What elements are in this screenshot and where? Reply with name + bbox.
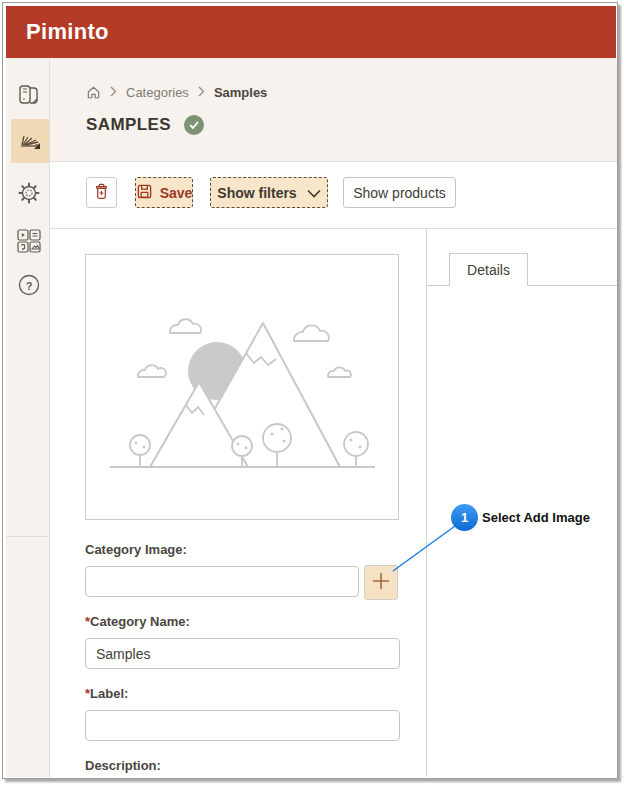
add-image-button[interactable] [364, 565, 398, 600]
home-icon[interactable] [86, 85, 101, 100]
toolbar-divider [50, 228, 617, 229]
app-header: Piminto [6, 6, 616, 58]
label-field-label: *Label: [85, 686, 128, 701]
svg-text:?: ? [26, 280, 33, 292]
book-icon [16, 82, 42, 112]
show-products-label: Show products [353, 185, 446, 201]
breadcrumb-categories[interactable]: Categories [126, 85, 189, 100]
sidebar: ? [6, 58, 50, 777]
image-placeholder-art [86, 255, 398, 519]
show-products-button[interactable]: Show products [343, 177, 456, 208]
callout-text: Select Add Image [482, 510, 590, 525]
sidebar-item-catalog[interactable] [14, 82, 44, 112]
sidebar-item-categories[interactable] [11, 119, 49, 163]
page-heading-section: Categories Samples SAMPLES [50, 58, 617, 161]
breadcrumb-samples: Samples [214, 85, 267, 100]
chevron-down-icon [307, 185, 321, 201]
delete-button[interactable] [86, 177, 117, 208]
save-button-label: Save [160, 185, 193, 201]
categories-icon [16, 125, 44, 157]
label-input[interactable] [85, 710, 400, 741]
category-name-input[interactable] [85, 638, 400, 669]
callout-step-badge: 1 [451, 504, 478, 531]
chevron-right-icon [198, 85, 205, 100]
category-image-label: Category Image: [85, 542, 187, 557]
breadcrumb: Categories Samples [86, 85, 267, 100]
tab-details[interactable]: Details [449, 253, 528, 286]
save-button[interactable]: Save [135, 177, 193, 208]
page-title: SAMPLES [86, 115, 171, 135]
show-filters-button[interactable]: Show filters [210, 177, 328, 208]
category-image-input[interactable] [85, 566, 359, 597]
save-icon [136, 183, 153, 203]
sidebar-divider [6, 536, 49, 537]
chevron-right-icon [110, 85, 117, 100]
category-image-preview [85, 254, 399, 520]
sidebar-item-settings[interactable] [14, 180, 44, 210]
show-filters-label: Show filters [217, 185, 296, 201]
media-grid-icon [15, 227, 43, 259]
pane-divider [426, 229, 427, 777]
sidebar-item-help[interactable]: ? [14, 272, 44, 302]
category-name-label: *Category Name: [85, 614, 190, 629]
description-label: Description: [85, 758, 161, 773]
app-title: Piminto [26, 19, 109, 45]
sidebar-item-media[interactable] [14, 228, 44, 258]
check-badge-icon [184, 115, 204, 135]
help-icon: ? [15, 271, 43, 303]
toolbar: Save Show filters Show products [50, 162, 617, 228]
tab-details-label: Details [467, 262, 510, 278]
app-window: Piminto [2, 2, 618, 779]
gear-icon [16, 180, 42, 210]
plus-icon [371, 571, 391, 595]
trash-icon [92, 182, 111, 204]
